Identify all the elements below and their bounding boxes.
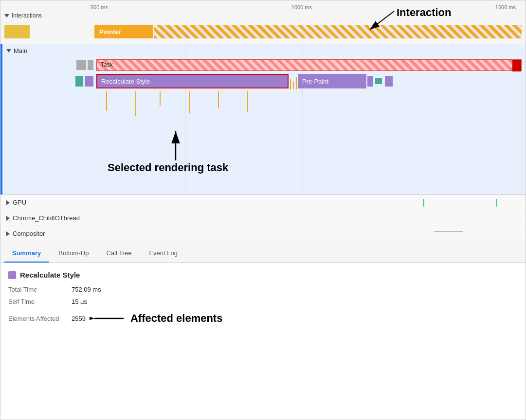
prepaint-label: Pre-Paint — [302, 78, 328, 85]
red-corner — [512, 60, 521, 71]
time-mark-1000: 1000 ms — [291, 4, 312, 10]
total-time-label: Total Time — [8, 286, 72, 293]
tabs-bar: Summary Bottom-Up Call Tree Event Log — [0, 242, 526, 263]
gray-block-1 — [76, 60, 86, 70]
recalc-color-swatch — [8, 271, 16, 279]
main-collapse-icon[interactable] — [6, 49, 11, 52]
child-io-row[interactable]: Chrome_ChildIOThread — [0, 210, 526, 226]
green-after — [375, 78, 382, 84]
gpu-green-bar2 — [496, 199, 497, 207]
elements-affected-row: Elements Affected 2559 Affected elements — [8, 311, 518, 326]
selected-rendering-text: Selected rendering task — [108, 161, 228, 174]
purple-small — [85, 76, 93, 87]
tab-summary[interactable]: Summary — [4, 245, 49, 262]
gpu-label: GPU — [13, 199, 26, 206]
summary-title-row: Recalculate Style — [8, 271, 518, 279]
elements-affected-label: Elements Affected — [8, 315, 72, 322]
elements-affected-value: 2559 — [72, 315, 86, 322]
main-header: Main — [0, 44, 526, 57]
prepaint-block[interactable]: Pre-Paint — [298, 74, 366, 88]
interaction-bar — [154, 25, 522, 38]
interactions-collapse-icon[interactable] — [4, 14, 9, 18]
orange-tick-2 — [293, 82, 294, 89]
task-label: Task — [101, 61, 113, 68]
gpu-row[interactable]: GPU — [0, 195, 526, 210]
tab-bottom-up[interactable]: Bottom-Up — [51, 245, 96, 262]
time-mark-500: 500 ms — [91, 4, 108, 10]
tab-call-tree[interactable]: Call Tree — [98, 245, 139, 262]
tick-b — [135, 91, 136, 116]
purple-after — [367, 76, 373, 87]
recalculate-block[interactable]: Recalculate Style — [96, 74, 289, 88]
affected-elements-arrow — [90, 311, 128, 326]
orange-tick-3 — [296, 77, 297, 89]
child-io-collapse-icon[interactable] — [6, 216, 10, 221]
tab-event-log[interactable]: Event Log — [141, 245, 185, 262]
selected-rendering-annotation: Selected rendering task — [146, 126, 205, 165]
compositor-collapse-icon[interactable] — [6, 231, 10, 236]
total-time-row: Total Time 752.09 ms — [8, 286, 518, 293]
tick-e — [218, 91, 219, 108]
child-io-label: Chrome_ChildIOThread — [13, 214, 80, 222]
gray-block-2 — [88, 60, 93, 70]
recalculate-label: Recalculate Style — [101, 78, 150, 85]
time-mark-1500: 1500 ms — [495, 4, 516, 10]
task-block[interactable]: Task — [96, 59, 522, 71]
tick-c — [160, 91, 161, 106]
total-time-value: 752.09 ms — [72, 286, 101, 293]
tick-f — [247, 91, 248, 112]
main-panel: Main Task — [0, 44, 526, 195]
self-time-value: 15 μs — [72, 298, 87, 305]
purple-end — [385, 76, 393, 87]
interactions-label: Interactions — [12, 12, 42, 19]
tick-a — [106, 91, 107, 111]
pointer-yellow-block — [4, 25, 30, 38]
selected-rendering-arrow — [146, 126, 205, 165]
green-small — [75, 76, 83, 87]
main-label: Main — [14, 47, 27, 54]
affected-elements-annotation: Affected elements — [130, 312, 223, 325]
summary-title-text: Recalculate Style — [20, 271, 80, 279]
summary-panel: Recalculate Style Total Time 752.09 ms S… — [0, 263, 526, 333]
interactions-panel: 500 ms 1000 ms 1500 ms Interactions Poin… — [0, 0, 526, 44]
compositor-row[interactable]: Compositor — [0, 226, 526, 242]
orange-tick-1 — [290, 79, 291, 89]
compositor-label: Compositor — [13, 230, 45, 237]
self-time-label: Self Time — [8, 298, 72, 305]
self-time-row: Self Time 15 μs — [8, 298, 518, 305]
gpu-green-bar — [423, 199, 424, 207]
tick-d — [189, 91, 190, 113]
gpu-collapse-icon[interactable] — [6, 200, 10, 205]
compositor-bar — [434, 231, 463, 232]
pointer-text-block: Pointer — [94, 25, 153, 38]
